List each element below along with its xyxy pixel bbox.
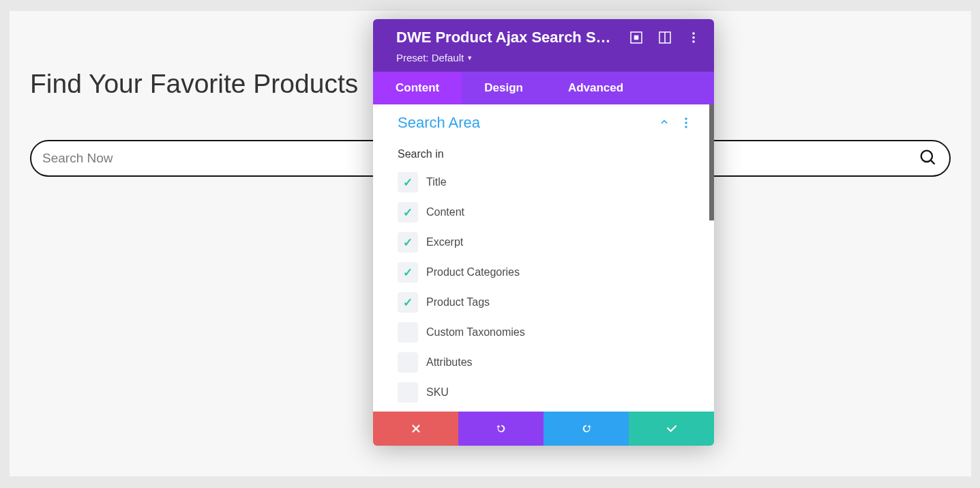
checkbox-list: TitleContentExcerptProduct CategoriesPro…: [373, 164, 714, 407]
checkbox-row: Attributes: [398, 347, 714, 377]
checkbox[interactable]: [398, 292, 418, 313]
checkbox-label: Excerpt: [426, 236, 463, 248]
checkbox[interactable]: [398, 232, 418, 253]
checkbox[interactable]: [398, 352, 418, 373]
preset-dropdown[interactable]: Preset: Default ▼: [396, 52, 700, 63]
panel-header[interactable]: DWE Product Ajax Search S…: [373, 19, 714, 72]
panel-footer: [373, 412, 714, 446]
svg-point-7: [692, 36, 695, 39]
section-header[interactable]: Search Area: [373, 104, 714, 139]
checkbox-row: Content: [398, 197, 714, 227]
tab-advanced[interactable]: Advanced: [546, 72, 646, 104]
checkbox-row: Excerpt: [398, 227, 714, 257]
tab-content[interactable]: Content: [373, 72, 462, 104]
cancel-button[interactable]: [373, 412, 458, 446]
svg-point-11: [685, 126, 687, 128]
svg-point-9: [685, 117, 687, 119]
checkbox-row: Title: [398, 167, 714, 197]
checkbox[interactable]: [398, 172, 418, 192]
checkbox-label: Product Categories: [426, 266, 520, 278]
checkbox-label: Custom Taxonomies: [426, 326, 525, 339]
checkbox-label: Content: [426, 206, 464, 218]
more-icon[interactable]: [687, 31, 700, 44]
svg-point-8: [692, 40, 695, 43]
scrollbar-thumb[interactable]: [709, 104, 714, 220]
panel-body: Search Area Search in TitleContentExcerp…: [373, 104, 714, 412]
checkbox-row: Product Tags: [398, 287, 714, 317]
checkbox-label: SKU: [426, 386, 449, 399]
caret-down-icon: ▼: [466, 55, 473, 61]
checkbox-row: Product Categories: [398, 257, 714, 287]
section-more-icon[interactable]: [681, 117, 691, 129]
section-title: Search Area: [398, 114, 659, 132]
search-icon[interactable]: [918, 147, 937, 169]
svg-point-0: [921, 151, 932, 162]
checkbox-label: Title: [426, 176, 447, 188]
undo-button[interactable]: [458, 412, 544, 446]
svg-line-1: [931, 160, 935, 164]
chevron-up-icon[interactable]: [659, 117, 669, 129]
search-in-label: Search in: [373, 139, 714, 164]
checkbox-row: Custom Taxonomies: [398, 317, 714, 347]
columns-icon[interactable]: [658, 31, 672, 44]
svg-point-6: [692, 32, 695, 35]
expand-icon[interactable]: [629, 31, 643, 44]
checkbox-row: SKU: [398, 377, 714, 407]
checkbox-label: Attributes: [426, 356, 473, 369]
preset-label: Preset: Default: [396, 52, 464, 63]
svg-point-10: [685, 121, 687, 124]
redo-button[interactable]: [544, 412, 629, 446]
checkbox[interactable]: [398, 202, 418, 223]
checkbox[interactable]: [398, 382, 418, 403]
checkbox[interactable]: [398, 262, 418, 283]
checkbox-label: Product Tags: [426, 296, 490, 308]
panel-title: DWE Product Ajax Search S…: [396, 29, 620, 46]
checkbox[interactable]: [398, 322, 418, 343]
tab-design[interactable]: Design: [462, 72, 546, 104]
settings-panel: DWE Product Ajax Search S…: [373, 19, 714, 446]
svg-rect-3: [635, 36, 638, 40]
panel-tabs: ContentDesignAdvanced: [373, 72, 714, 104]
save-button[interactable]: [629, 412, 714, 446]
